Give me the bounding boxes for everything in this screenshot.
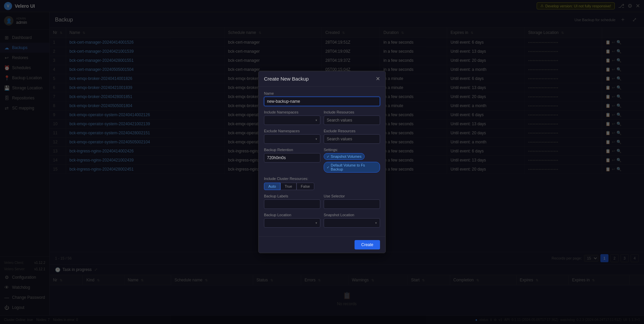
name-label: Name — [264, 91, 380, 95]
backup-location-select[interactable] — [264, 218, 320, 228]
settings-group: Settings: ✓ Snapshot Volumes ✓ Default V… — [324, 148, 380, 173]
retention-input[interactable] — [264, 153, 320, 163]
check-icon: ✓ — [327, 155, 329, 158]
modal-close-button[interactable]: ✕ — [376, 76, 380, 82]
cluster-false-button[interactable]: False — [297, 183, 314, 190]
default-volume-label: Default Volume to Fs Backup — [331, 163, 377, 171]
exclude-resources-label: Exclude Resources — [324, 129, 380, 133]
use-selector-input[interactable] — [324, 199, 380, 209]
include-resources-group: Include Resources — [324, 110, 380, 125]
exclude-namespaces-label: Exclude Namespaces — [264, 129, 320, 133]
snapshot-location-label: Snapshot Location — [324, 213, 380, 217]
snapshot-volumes-label: Snapshot Volumes — [331, 154, 362, 158]
modal-overlay: Create New Backup ✕ Name Include Namespa… — [0, 0, 644, 324]
cluster-true-button[interactable]: True — [280, 183, 297, 190]
modal-body: Name Include Namespaces Include Resource… — [259, 87, 385, 236]
backup-location-label: Backup Location — [264, 213, 320, 217]
name-input[interactable] — [264, 97, 380, 106]
include-namespaces-group: Include Namespaces — [264, 110, 320, 125]
modal-footer: Create — [259, 236, 385, 253]
include-resources-label: Include Resources — [324, 110, 380, 114]
location-row: Backup Location Snapshot Location — [264, 213, 380, 232]
cluster-auto-button[interactable]: Auto — [264, 183, 280, 190]
exclude-resources-group: Exclude Resources — [324, 129, 380, 144]
backup-labels-group: Backup Labels — [264, 194, 320, 209]
retention-settings-row: Backup Retention Settings: ✓ Snapshot Vo… — [264, 148, 380, 177]
namespace-resources-row: Include Namespaces Include Resources — [264, 110, 380, 129]
name-group: Name — [264, 91, 380, 106]
labels-selector-row: Backup Labels Use Selector — [264, 194, 380, 213]
exclude-namespaces-group: Exclude Namespaces — [264, 129, 320, 144]
retention-label: Backup Retention — [264, 148, 320, 152]
include-resources-input[interactable] — [324, 115, 380, 125]
modal-title: Create New Backup — [264, 76, 309, 82]
exclude-row: Exclude Namespaces Exclude Resources — [264, 129, 380, 148]
settings-tags: ✓ Snapshot Volumes ✓ Default Volume to F… — [324, 153, 380, 173]
settings-label: Settings: — [324, 148, 380, 152]
include-namespaces-select[interactable] — [264, 115, 320, 125]
cluster-toggle: Auto True False — [264, 183, 380, 190]
snapshot-volumes-tag[interactable]: ✓ Snapshot Volumes — [324, 153, 365, 160]
retention-group: Backup Retention — [264, 148, 320, 173]
exclude-namespaces-select[interactable] — [264, 134, 320, 144]
backup-location-wrapper — [264, 218, 320, 228]
exclude-namespaces-wrapper — [264, 134, 320, 144]
exclude-resources-input[interactable] — [324, 134, 380, 144]
backup-labels-label: Backup Labels — [264, 194, 320, 198]
include-namespaces-wrapper — [264, 115, 320, 125]
create-backup-modal: Create New Backup ✕ Name Include Namespa… — [258, 71, 386, 253]
default-volume-tag[interactable]: ✓ Default Volume to Fs Backup — [324, 162, 380, 173]
snapshot-location-group: Snapshot Location — [324, 213, 380, 228]
snapshot-location-select[interactable] — [324, 218, 380, 228]
backup-location-group: Backup Location — [264, 213, 320, 228]
create-button[interactable]: Create — [355, 240, 380, 249]
modal-header: Create New Backup ✕ — [259, 71, 385, 87]
use-selector-label: Use Selector — [324, 194, 380, 198]
snapshot-location-wrapper — [324, 218, 380, 228]
include-namespaces-label: Include Namespaces — [264, 110, 320, 114]
use-selector-group: Use Selector — [324, 194, 380, 209]
backup-labels-input[interactable] — [264, 199, 320, 209]
cluster-resources-label: Include Cluster Resources: — [264, 177, 380, 181]
check-icon-2: ✓ — [327, 166, 329, 169]
cluster-resources-group: Include Cluster Resources: Auto True Fal… — [264, 177, 380, 190]
